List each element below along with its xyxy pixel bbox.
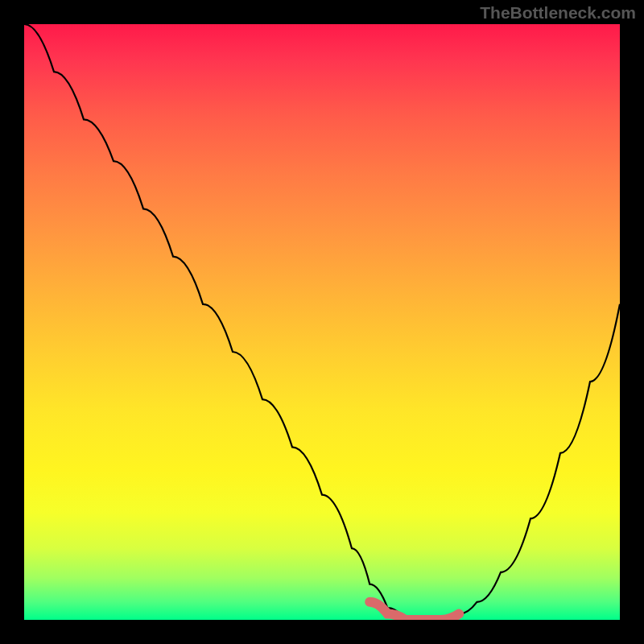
optimal-zone-marker	[369, 602, 459, 620]
watermark-text: TheBottleneck.com	[480, 3, 636, 23]
bottleneck-chart	[24, 24, 620, 620]
bottleneck-curve-line	[24, 24, 620, 620]
